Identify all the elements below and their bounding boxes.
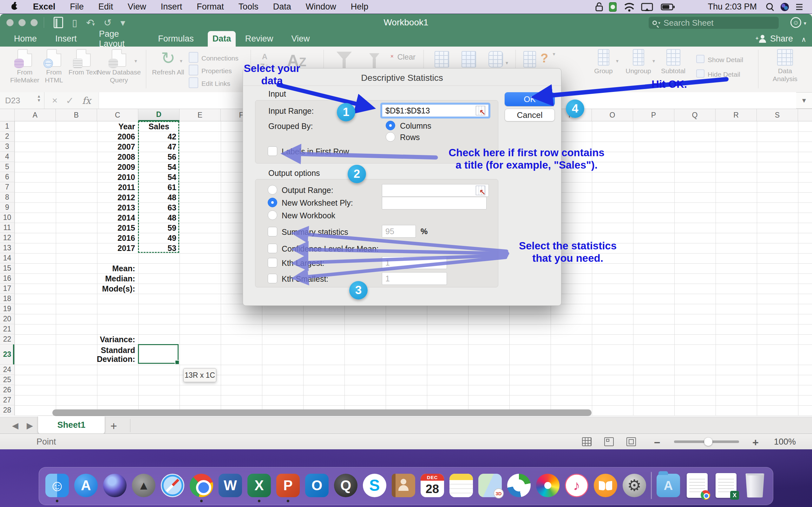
apple-menu-icon[interactable] [11,4,17,10]
dock-icon-word[interactable]: W [218,473,243,498]
row-header-17[interactable]: 17 [0,284,14,294]
row-header-5[interactable]: 5 [0,162,14,172]
confidence-level-label[interactable]: Confidence Level for Mean: [282,244,379,253]
next-sheet-icon[interactable]: ▶ [27,421,33,431]
column-header-A[interactable]: A [14,109,56,121]
page-layout-view-icon[interactable] [604,437,614,446]
row-header-13[interactable]: 13 [0,243,14,253]
insert-function-icon[interactable]: fx [82,95,91,106]
menu-item-file[interactable]: File [70,2,84,11]
row-header-1[interactable]: 1 [0,121,14,131]
row-header-12[interactable]: 12 [0,233,14,243]
from-html-button[interactable]: From HTML [38,49,70,84]
feedback-smiley-icon[interactable]: ☺ [791,17,801,28]
search-sheet-input[interactable]: ▾ Search Sheet [649,17,779,29]
output-range-label[interactable]: Output Range: [282,186,334,195]
menu-item-view[interactable]: View [128,2,146,11]
row-header-21[interactable]: 21 [0,324,14,334]
column-header-D[interactable]: D [138,109,180,121]
range-selector-icon[interactable] [476,186,485,195]
row-header-18[interactable]: 18 [0,294,14,304]
row-header-8[interactable]: 8 [0,192,14,203]
cell-C22[interactable]: Variance: [97,334,138,344]
cell-C1[interactable]: Year [97,121,138,131]
dock-icon-anyconnect[interactable] [507,473,531,498]
kth-smallest-checkbox[interactable] [268,274,277,283]
group-button[interactable]: ▾ Group [589,49,618,75]
new-workbook-radio[interactable] [268,210,277,220]
cell-C8[interactable]: 2012 [97,192,138,203]
row-header-14[interactable]: 14 [0,253,14,263]
hide-detail-button[interactable]: Hide Detail [696,66,753,81]
range-selector-icon[interactable] [476,106,485,115]
tab-insert[interactable]: Insert [50,31,82,47]
new-worksheet-field[interactable] [382,197,487,210]
cell-C15[interactable]: Mean: [97,263,138,274]
dock-icon-calendar[interactable]: DEC28 [420,473,445,498]
cell-C16[interactable]: Median: [97,274,138,284]
row-header-26[interactable]: 26 [0,385,14,395]
column-header-S[interactable]: S [757,109,798,121]
formula-bar-expand-icon[interactable]: ▼ [796,97,812,104]
dock-icon-safari[interactable] [160,473,185,498]
row-header-23[interactable]: 23 [0,344,14,365]
cell-C12[interactable]: 2016 [97,233,138,243]
zoom-slider[interactable] [674,441,739,443]
new-worksheet-radio[interactable] [268,198,277,207]
tab-home[interactable]: Home [9,31,41,47]
tab-data[interactable]: Data [208,31,236,47]
share-button[interactable]: + Share [758,31,793,47]
dock-icon-excel[interactable]: X [247,473,271,498]
cell-C9[interactable]: 2013 [97,203,138,213]
cell-C13[interactable]: 2017 [97,243,138,253]
dock-icon-contacts[interactable] [391,473,416,498]
menu-item-data[interactable]: Data [273,2,291,11]
close-window-button[interactable] [6,19,14,26]
row-header-15[interactable]: 15 [0,263,14,274]
dock-icon-photos[interactable] [536,473,560,498]
page-break-view-icon[interactable] [626,437,636,446]
cell-C4[interactable]: 2008 [97,152,138,162]
horizontal-scrollbar[interactable] [52,409,592,416]
dock-icon-itunes[interactable]: ♪ [564,473,589,498]
row-header-24[interactable]: 24 [0,365,14,375]
column-header-B[interactable]: B [56,109,97,121]
row-header-4[interactable]: 4 [0,152,14,162]
row-header-9[interactable]: 9 [0,203,14,213]
dock-icon-siri[interactable] [102,473,127,498]
columns-radio[interactable] [386,121,395,130]
cell-C2[interactable]: 2006 [97,131,138,142]
row-header-19[interactable]: 19 [0,304,14,314]
dock-icon-doc-chrome[interactable] [685,473,710,498]
kth-smallest-label[interactable]: Kth Smallest: [282,274,328,284]
cancel-button[interactable]: Cancel [505,109,555,121]
dock-icon-chrome[interactable] [189,473,214,498]
select-all-corner[interactable] [0,109,14,121]
column-header-C[interactable]: C [97,109,138,121]
row-header-3[interactable]: 3 [0,142,14,152]
menu-item-help[interactable]: Help [351,2,368,11]
dock-icon-launchpad[interactable]: ▲ [131,473,156,498]
menu-item-insert[interactable]: Insert [161,2,183,11]
row-header-10[interactable]: 10 [0,213,14,223]
subtotal-button[interactable]: Subtotal [657,49,690,75]
ok-button[interactable]: OK [505,92,555,106]
confidence-level-field[interactable]: 95 [382,225,416,238]
menu-item-excel[interactable]: Excel [33,2,55,11]
output-range-radio[interactable] [268,185,277,194]
tab-formulas[interactable]: Formulas [153,31,199,47]
rows-radio-label[interactable]: Rows [400,133,420,142]
new-workbook-icon[interactable] [54,17,63,28]
row-header-22[interactable]: 22 [0,334,14,344]
columns-radio-label[interactable]: Columns [400,121,432,130]
undo-icon[interactable]: ↶▾ [86,17,95,28]
input-range-field[interactable]: $D$1:$D$13 [382,104,489,117]
dock-icon-finder[interactable]: ☺ [45,473,69,498]
prev-sheet-icon[interactable]: ◀ [12,421,18,431]
new-worksheet-label[interactable]: New Worksheet Ply: [282,199,353,208]
row-header-20[interactable]: 20 [0,314,14,324]
filter-button[interactable] [335,52,354,60]
confidence-level-checkbox[interactable] [268,244,277,253]
confirm-entry-icon[interactable]: ✓ [66,95,74,106]
dock-icon-ibooks[interactable] [593,473,618,498]
